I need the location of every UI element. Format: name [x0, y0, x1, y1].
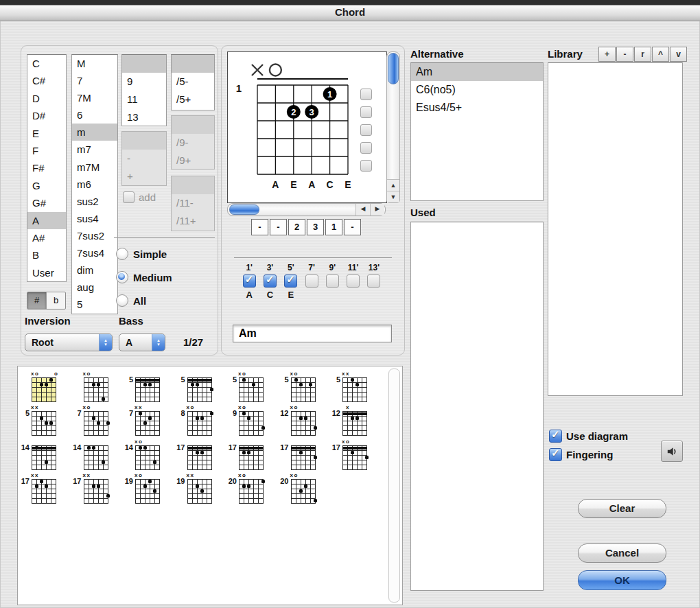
- finger-button[interactable]: -: [344, 219, 361, 235]
- barre-checkbox[interactable]: [360, 142, 372, 154]
- chord-variation-thumbnail[interactable]: 14: [19, 439, 67, 472]
- chord-type-item[interactable]: 6: [72, 106, 117, 124]
- fingering-checkbox[interactable]: [549, 448, 562, 461]
- root-note-item[interactable]: A#: [27, 229, 66, 246]
- accidental-option[interactable]: b: [47, 292, 65, 309]
- degree-checkbox[interactable]: [284, 274, 297, 288]
- root-note-item[interactable]: User: [27, 264, 66, 281]
- root-note-item[interactable]: E: [27, 125, 66, 142]
- chord-type-item[interactable]: m: [72, 124, 117, 141]
- chord-name-input[interactable]: [233, 325, 392, 342]
- degree-checkbox[interactable]: [305, 274, 318, 288]
- library-toolbar-button[interactable]: -: [616, 47, 633, 62]
- cancel-button[interactable]: Cancel: [578, 543, 666, 563]
- finger-button[interactable]: 1: [325, 219, 342, 235]
- degree-checkbox[interactable]: [347, 274, 360, 288]
- chord-type-item[interactable]: 5: [72, 296, 117, 313]
- chord-variation-thumbnail[interactable]: 9xo: [226, 405, 275, 438]
- chord-variation-thumbnail[interactable]: xo: [71, 371, 119, 404]
- root-note-item[interactable]: B: [27, 246, 66, 264]
- chord-type-item[interactable]: M: [72, 55, 117, 72]
- chord-variation-thumbnail[interactable]: xoo: [19, 371, 67, 404]
- chord-type-item[interactable]: m7: [72, 141, 117, 158]
- chord-variation-thumbnail[interactable]: 20xo: [279, 473, 327, 506]
- library-toolbar-button[interactable]: +: [598, 47, 616, 62]
- chord-variation-thumbnail[interactable]: 17: [175, 439, 223, 472]
- play-sound-button[interactable]: [661, 441, 683, 462]
- root-note-item[interactable]: G#: [27, 194, 66, 211]
- degree-checkbox[interactable]: [264, 274, 277, 288]
- scroll-up-arrow-icon[interactable]: ▲: [387, 179, 399, 191]
- chord-type-item[interactable]: 7sus2: [72, 227, 117, 244]
- library-toolbar-button[interactable]: r: [634, 47, 651, 62]
- chord-variation-thumbnail[interactable]: 7xo: [71, 405, 119, 438]
- chord-type-item[interactable]: 7: [72, 72, 117, 89]
- fifth-alteration-item[interactable]: [172, 55, 214, 73]
- vertical-scroll-thumb[interactable]: [388, 53, 399, 84]
- root-note-item[interactable]: A: [27, 212, 66, 229]
- chord-variation-thumbnail[interactable]: 17xx: [19, 473, 67, 506]
- chord-variation-thumbnail[interactable]: 17xx: [71, 473, 119, 506]
- chord-variation-thumbnail[interactable]: 5xx: [19, 405, 67, 438]
- variations-scrollbar-track[interactable]: [388, 369, 400, 603]
- root-note-item[interactable]: F: [27, 142, 66, 159]
- finger-button[interactable]: 2: [288, 219, 305, 235]
- chord-type-item[interactable]: m7M: [72, 159, 117, 176]
- finger-button[interactable]: -: [251, 219, 268, 235]
- chord-variation-thumbnail[interactable]: 8xo: [175, 405, 223, 438]
- chord-variation-thumbnail[interactable]: 12xo: [279, 405, 327, 438]
- chord-type-item[interactable]: dim: [72, 261, 117, 279]
- inversion-select[interactable]: Root ▲▼: [25, 334, 113, 351]
- library-toolbar-button[interactable]: v: [670, 47, 687, 62]
- root-note-item[interactable]: G: [27, 177, 66, 194]
- chord-type-item[interactable]: aug: [72, 279, 117, 296]
- scroll-left-arrow-icon[interactable]: ◀: [355, 204, 370, 215]
- chord-variation-thumbnail[interactable]: 5: [123, 371, 171, 404]
- chord-type-item[interactable]: 7M: [72, 89, 117, 106]
- root-note-item[interactable]: F#: [27, 159, 66, 176]
- chord-diagram-panel[interactable]: 1231AEACE: [227, 51, 387, 203]
- chord-variation-thumbnail[interactable]: 20xo: [226, 473, 275, 506]
- fifth-alteration-item[interactable]: /5-: [172, 73, 214, 91]
- scroll-down-arrow-icon[interactable]: ▼: [387, 191, 399, 202]
- root-note-item[interactable]: C#: [27, 72, 66, 89]
- complexity-option[interactable]: Simple: [116, 247, 172, 261]
- chord-variation-thumbnail[interactable]: 5xo: [226, 371, 275, 404]
- chord-variation-thumbnail[interactable]: 17: [226, 439, 275, 472]
- add-checkbox[interactable]: [123, 191, 135, 203]
- complexity-option[interactable]: Medium: [116, 270, 172, 284]
- chord-type-item[interactable]: sus4: [72, 210, 117, 227]
- finger-button[interactable]: 3: [307, 219, 324, 235]
- chord-variation-thumbnail[interactable]: 5: [175, 371, 223, 404]
- chord-variation-thumbnail[interactable]: 17: [279, 439, 327, 472]
- degree-checkbox[interactable]: [326, 274, 339, 288]
- barre-checkbox[interactable]: [360, 89, 372, 100]
- extension-item[interactable]: 13: [122, 108, 166, 126]
- chord-variation-thumbnail[interactable]: 5xo: [279, 371, 327, 404]
- alternative-item[interactable]: Am: [411, 63, 543, 81]
- chord-type-item[interactable]: m6: [72, 176, 117, 193]
- library-list[interactable]: [548, 62, 683, 396]
- chord-variation-thumbnail[interactable]: 5xx: [330, 371, 378, 404]
- chord-variation-thumbnail[interactable]: 14xo: [123, 439, 171, 472]
- root-note-item[interactable]: D#: [27, 107, 66, 124]
- chord-variation-thumbnail[interactable]: 14: [71, 439, 119, 472]
- degree-checkbox[interactable]: [367, 274, 380, 288]
- finger-button[interactable]: -: [270, 219, 287, 235]
- barre-checkbox[interactable]: [360, 124, 372, 136]
- alternative-item[interactable]: C6(no5): [411, 81, 543, 99]
- chord-type-item[interactable]: 7sus4: [72, 244, 117, 261]
- ok-button[interactable]: OK: [578, 570, 666, 590]
- root-note-item[interactable]: C: [27, 55, 66, 72]
- use-diagram-checkbox[interactable]: [549, 430, 562, 443]
- fifth-alteration-item[interactable]: /5+: [172, 91, 214, 108]
- chord-variation-thumbnail[interactable]: 19xx: [175, 473, 223, 506]
- chord-variation-thumbnail[interactable]: 7xx: [123, 405, 171, 438]
- library-toolbar-button[interactable]: ^: [652, 47, 669, 62]
- bass-select[interactable]: A ▲▼: [119, 334, 165, 351]
- extension-item[interactable]: 9: [122, 73, 166, 91]
- alternative-item[interactable]: Esus4/5+: [411, 99, 543, 117]
- used-list[interactable]: [410, 222, 544, 591]
- barre-checkbox[interactable]: [360, 160, 372, 172]
- root-note-item[interactable]: D: [27, 90, 66, 107]
